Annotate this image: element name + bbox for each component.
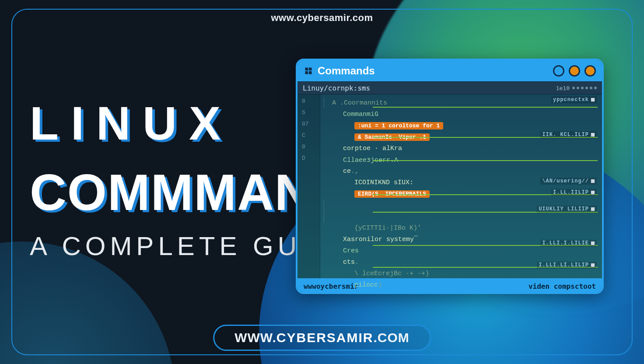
code-line: pilocc) bbox=[324, 279, 598, 290]
separator-rule bbox=[373, 107, 598, 108]
window-close-icon[interactable] bbox=[584, 65, 596, 77]
window-title: Commands bbox=[318, 65, 375, 77]
code-line: \ lceEcrejBc ·+ ·+) bbox=[324, 268, 598, 279]
editor-titlebar[interactable]: Commands bbox=[298, 60, 602, 81]
gutter-cell: D bbox=[302, 155, 316, 166]
separator-rule bbox=[373, 160, 598, 161]
gutter-cell: 8 bbox=[302, 98, 316, 109]
path-text: Linuy/cornpk:sms bbox=[303, 84, 370, 92]
svg-rect-1 bbox=[309, 68, 312, 71]
top-url: www.cybersamir.com bbox=[0, 12, 644, 24]
toolbar-dots bbox=[572, 87, 597, 89]
svg-rect-2 bbox=[305, 71, 308, 74]
editor-pathbar: Linuy/cornpk:sms 1e10 bbox=[298, 81, 602, 94]
code-line: CommanmiG bbox=[324, 108, 598, 120]
code-line: {yCITTIi·|IBo K)' bbox=[324, 222, 598, 234]
line-badge: I.LLI.I.LILIE bbox=[540, 240, 597, 247]
footer-url-pill[interactable]: WWW.CYBERSAMIR.COM bbox=[213, 325, 431, 351]
window-max-icon[interactable] bbox=[569, 65, 580, 77]
line-badge: I.LL.IILIP bbox=[551, 189, 597, 196]
editor-body: 8S07C0D A .CoormannitsCommanmiG:uni = 1 … bbox=[298, 94, 602, 278]
gutter-cell: 0 bbox=[302, 144, 316, 155]
gutter-cell: S bbox=[302, 109, 316, 121]
code-line: ce., bbox=[324, 165, 598, 177]
line-badge: \AN/usering// bbox=[540, 178, 597, 185]
window-controls bbox=[553, 65, 596, 77]
gutter-cell: C bbox=[302, 132, 316, 144]
code-area[interactable]: A .CoormannitsCommanmiG:uni = 1 coroltos… bbox=[320, 94, 602, 278]
path-right-text: 1e10 bbox=[556, 85, 570, 91]
footer-pre: WWW. bbox=[234, 330, 276, 345]
line-gutter: 8S07C0D bbox=[298, 94, 320, 278]
footer-bold: CYBERSAMIR bbox=[276, 330, 374, 345]
gutter-cell: 07 bbox=[302, 121, 316, 132]
window-min-icon[interactable] bbox=[553, 65, 564, 77]
code-line: corptoe · alKra bbox=[324, 143, 598, 154]
line-badge: IIK. KCL.ILIP bbox=[540, 131, 597, 138]
svg-rect-3 bbox=[309, 71, 312, 74]
footer-post: .COM bbox=[374, 330, 410, 345]
app-icon bbox=[304, 66, 313, 76]
line-badge: I.LLI.LI.LILIP bbox=[537, 262, 597, 269]
code-line: :uni = 1 coroltose for 1 bbox=[324, 120, 598, 131]
svg-rect-0 bbox=[305, 68, 308, 71]
editor-window: Commands Linuy/cornpk:sms 1e10 8S07C0D A… bbox=[296, 59, 604, 294]
line-badge: UIUKLIY LILIIP bbox=[537, 206, 597, 213]
line-badge: yppcnectxk bbox=[551, 96, 597, 103]
code-line: Cllaeeɜjcerr.A bbox=[324, 154, 598, 165]
